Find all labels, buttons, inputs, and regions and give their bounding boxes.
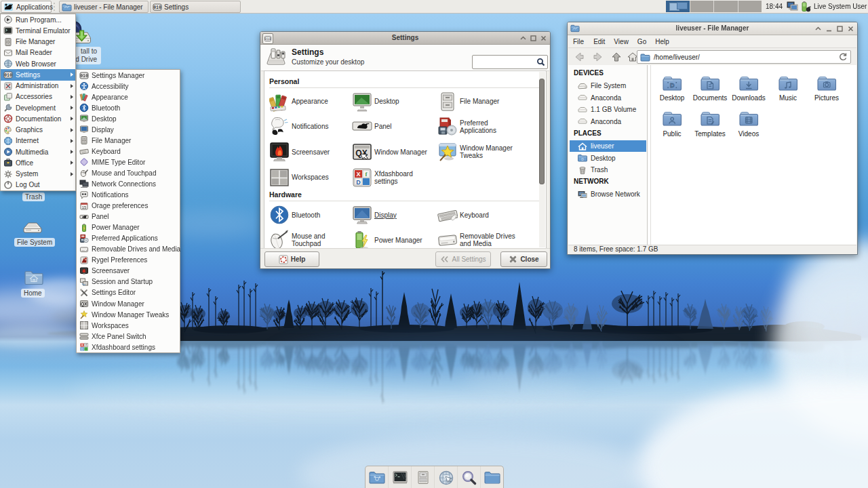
svg-text:D: D — [670, 82, 675, 89]
svg-text:010: 010 — [153, 5, 161, 10]
svg-text:D: D — [581, 157, 584, 161]
svg-text:QX: QX — [81, 302, 87, 307]
svg-text:010: 010 — [80, 74, 88, 79]
svg-text:X: X — [81, 344, 83, 347]
svg-text:010: 010 — [4, 73, 12, 78]
svg-text:D: D — [356, 178, 361, 185]
svg-text:15: 15 — [81, 205, 86, 209]
svg-text:X: X — [356, 171, 360, 178]
